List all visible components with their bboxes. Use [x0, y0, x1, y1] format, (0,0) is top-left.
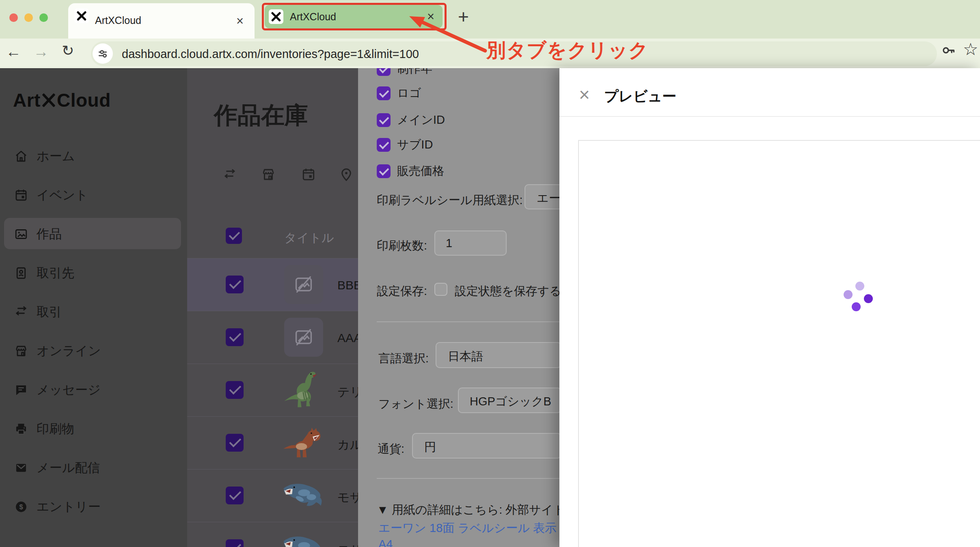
sidebar-item-works[interactable]: 作品 [14, 225, 62, 243]
sidebar-item-label: 取引 [37, 304, 62, 321]
save-settings-checkbox-label: 設定状態を保存する [455, 283, 559, 299]
table-row[interactable]: テリ [187, 364, 358, 416]
checkbox[interactable] [377, 86, 391, 100]
paper-select-label: 印刷ラベルシール用紙選択: [377, 192, 522, 209]
row-title: AAA [337, 331, 358, 345]
sidebar-item-messages[interactable]: メッセージ [14, 381, 101, 399]
store-icon [14, 344, 28, 358]
paper-detail-link[interactable]: エーワン 18面 ラベルシール 表示・ [378, 520, 559, 536]
site-settings-icon[interactable] [93, 43, 113, 64]
no-image-thumbnail [284, 318, 323, 357]
spinner-dot [844, 290, 853, 299]
filter-transactions-icon[interactable] [222, 168, 237, 182]
divider [377, 478, 559, 479]
checkbox[interactable] [377, 113, 391, 127]
window-close-button[interactable] [9, 13, 18, 22]
sidebar-item-clients[interactable]: 取引先 [14, 264, 74, 282]
table-row[interactable]: モサ [187, 522, 358, 547]
table-row[interactable]: モサ [187, 469, 358, 522]
swap-arrows-icon [14, 305, 28, 319]
sidebar-item-label: メッセージ [37, 381, 101, 398]
row-checkbox[interactable] [226, 434, 244, 452]
sidebar-item-label: 取引先 [37, 265, 74, 282]
password-key-icon[interactable] [941, 42, 956, 56]
sidebar-item-print[interactable]: 印刷物 [14, 420, 74, 438]
select-all-checkbox[interactable] [226, 228, 242, 244]
tab-close-icon[interactable]: × [236, 15, 244, 27]
no-image-thumbnail [284, 265, 323, 304]
row-checkbox[interactable] [226, 487, 244, 504]
green-dinosaur-thumbnail [283, 368, 326, 411]
row-title: BBB [337, 278, 358, 292]
image-off-icon [293, 327, 314, 348]
checkbox-label: サブID [397, 137, 433, 153]
divider [377, 321, 559, 322]
sidebar-item-mail[interactable]: メール配信 [14, 459, 100, 477]
table-row[interactable]: カル [187, 416, 358, 469]
checkbox[interactable] [377, 68, 391, 76]
home-icon [14, 149, 28, 164]
save-settings-checkbox[interactable] [434, 283, 447, 296]
bookmark-star-icon[interactable]: ☆ [963, 41, 978, 58]
annotation-arrow [400, 7, 497, 60]
spinner-dot [852, 302, 861, 311]
browser-tab-active[interactable]: ArtXCloud × [68, 3, 255, 39]
calendar-icon [14, 188, 28, 202]
save-settings-label: 設定保存: [377, 283, 427, 299]
dialog-checkbox-row[interactable]: 制作年 [377, 68, 432, 76]
row-checkbox[interactable] [226, 539, 244, 547]
filter-store-icon[interactable] [261, 167, 276, 182]
reload-button[interactable]: ↻ [62, 43, 74, 58]
copies-input[interactable]: 1 [434, 230, 507, 256]
row-title: テリ [337, 384, 358, 401]
spinner-dot [855, 282, 864, 291]
sidebar-item-online[interactable]: オンライン [14, 342, 101, 360]
checkbox-label: メインID [397, 112, 445, 128]
preview-title: プレビュー [604, 87, 676, 106]
page-title: 作品在庫 [214, 100, 308, 131]
language-select[interactable]: 日本語 [436, 342, 559, 368]
dialog-checkbox-row[interactable]: サブID [377, 138, 433, 152]
preview-close-icon[interactable]: × [579, 85, 590, 104]
window-minimize-button[interactable] [24, 13, 33, 22]
checkbox-label: ロゴ [397, 85, 421, 101]
checkbox[interactable] [377, 138, 391, 152]
paper-detail-link-2[interactable]: A4 [378, 538, 393, 547]
language-value: 日本語 [448, 349, 483, 365]
sidebar-item-label: メール配信 [37, 459, 100, 476]
dialog-checkbox-row[interactable]: ロゴ [377, 86, 421, 100]
row-checkbox[interactable] [226, 328, 244, 346]
dialog-checkbox-row[interactable]: 販売価格 [377, 164, 444, 178]
back-button[interactable]: ← [6, 44, 21, 59]
window-zoom-button[interactable] [39, 13, 48, 22]
copies-label: 印刷枚数: [377, 238, 427, 254]
forward-button[interactable]: → [33, 44, 49, 59]
currency-value: 円 [424, 439, 436, 455]
sidebar-item-events[interactable]: イベント [14, 186, 88, 204]
table-row[interactable]: BBB [187, 258, 358, 311]
inventory-panel: 作品在庫 タイトル BBB [187, 68, 358, 547]
sidebar-item-home[interactable]: ホーム [14, 147, 75, 165]
row-checkbox[interactable] [226, 276, 244, 293]
blue-mosasaur-thumbnail [282, 475, 326, 518]
paper-select[interactable]: エー [525, 184, 559, 209]
checkbox[interactable] [377, 164, 391, 178]
table-row[interactable]: AAA [187, 311, 358, 364]
app-logo: Art Cloud [13, 89, 111, 111]
printer-icon [14, 422, 28, 436]
tab-label: ArtXCloud [95, 15, 141, 26]
sidebar-item-entry[interactable]: $ エントリー [14, 498, 101, 516]
preview-frame [578, 140, 980, 547]
print-settings-dialog: 制作年 ロゴ メインID サブID 販売価格 印刷ラベルシール用紙選択: エー … [358, 68, 559, 547]
contact-icon [14, 266, 28, 280]
sidebar-item-transactions[interactable]: 取引 [14, 303, 62, 321]
paper-select-value: エー [537, 190, 559, 207]
filter-location-icon[interactable] [339, 167, 354, 182]
row-checkbox[interactable] [226, 381, 244, 399]
dialog-checkbox-row[interactable]: メインID [377, 113, 445, 127]
preview-header-divider [559, 116, 980, 117]
currency-select[interactable]: 円 [412, 433, 559, 459]
font-select[interactable]: HGPゴシックB [458, 388, 559, 413]
row-title: モサ [337, 542, 358, 547]
filter-calendar-icon[interactable] [301, 167, 316, 182]
